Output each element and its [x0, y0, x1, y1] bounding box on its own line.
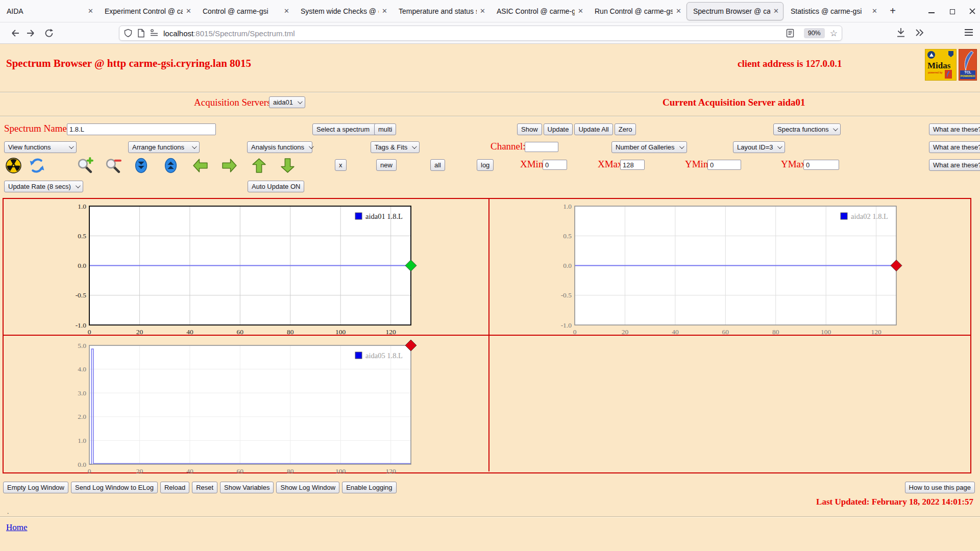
empty-log-window-button[interactable]: Empty Log Window: [3, 482, 68, 493]
ymax-input[interactable]: [803, 160, 839, 170]
scroll-up-icon[interactable]: [162, 157, 179, 174]
svg-text:120: 120: [871, 328, 881, 336]
tab-title: Spectrum Browser @ ca: [693, 7, 770, 15]
browser-tab[interactable]: Run Control @ carme-gs✕: [589, 2, 685, 20]
close-window-icon[interactable]: [969, 8, 976, 15]
current-acquisition-server: Current Acquisition Server aida01: [663, 97, 805, 108]
browser-tab[interactable]: Spectrum Browser @ ca✕: [687, 2, 783, 20]
reset-button[interactable]: Reset: [192, 482, 217, 493]
tab-close-icon[interactable]: ✕: [869, 7, 877, 15]
svg-text:1.0: 1.0: [78, 203, 86, 210]
radiation-icon[interactable]: [5, 157, 22, 174]
new-tab-button[interactable]: +: [885, 4, 900, 19]
tab-title: AIDA: [7, 7, 85, 15]
all-button[interactable]: all: [430, 159, 445, 171]
layout-id-select[interactable]: Layout ID=3: [733, 141, 785, 153]
select-spectrum-select[interactable]: Select a spectrum: [312, 123, 382, 135]
zoom-out-icon[interactable]: [105, 157, 121, 174]
forward-icon[interactable]: [23, 26, 38, 40]
auto-update-button[interactable]: Auto Update ON: [248, 181, 304, 192]
send-log-window-to-elog-button[interactable]: Send Log Window to ELog: [71, 482, 158, 493]
downloads-icon[interactable]: [895, 26, 906, 41]
zero-button[interactable]: Zero: [615, 123, 636, 135]
what-are-these-button-1[interactable]: What are these?: [929, 123, 980, 135]
svg-text:40: 40: [672, 328, 679, 336]
spectrum-chart-aida02[interactable]: -1.0-0.50.00.51.0020406080100120aida02 1…: [553, 201, 905, 338]
browser-tab[interactable]: AIDA✕: [1, 2, 97, 20]
ymin-input[interactable]: [707, 160, 741, 170]
acquisition-servers-label: Acquisition Servers: [194, 97, 271, 108]
number-of-galleries-select[interactable]: Number of Galleries: [611, 141, 687, 153]
reload-icon[interactable]: [42, 26, 56, 40]
xmin-input[interactable]: [543, 160, 567, 170]
scroll-down-icon[interactable]: [133, 157, 150, 174]
browser-tab[interactable]: System wide Checks @ c✕: [295, 2, 391, 20]
shield-icon[interactable]: [124, 29, 133, 38]
tags-fits-select[interactable]: Tags & Fits: [371, 141, 420, 153]
spectrum-name-input[interactable]: [67, 123, 216, 135]
zoom-level-badge[interactable]: 90%: [804, 28, 825, 38]
how-to-use-button[interactable]: How to use this page: [905, 482, 975, 493]
tab-close-icon[interactable]: ✕: [281, 7, 289, 15]
xmax-input[interactable]: [620, 160, 645, 170]
refresh-icon[interactable]: [29, 157, 45, 174]
pan-right-icon[interactable]: [221, 157, 238, 174]
x-button[interactable]: x: [335, 159, 347, 171]
tab-close-icon[interactable]: ✕: [379, 7, 387, 15]
spectra-functions-select[interactable]: Spectra functions: [773, 123, 841, 135]
tab-close-icon[interactable]: ✕: [183, 7, 191, 15]
tab-close-icon[interactable]: ✕: [85, 7, 93, 15]
analysis-functions-select[interactable]: Analysis functions: [247, 141, 312, 153]
enable-logging-button[interactable]: Enable Logging: [342, 482, 396, 493]
show-variables-button[interactable]: Show Variables: [220, 482, 274, 493]
tab-close-icon[interactable]: ✕: [575, 7, 583, 15]
minimize-icon[interactable]: [928, 8, 935, 15]
maximize-icon[interactable]: [948, 8, 955, 15]
pan-down-icon[interactable]: [279, 157, 296, 174]
layout-id-value: Layout ID=3: [737, 143, 773, 151]
spectrum-chart-aida05[interactable]: 0.01.02.03.04.05.0020406080100120aida05 …: [68, 340, 420, 477]
tab-title: Statistics @ carme-gsi: [791, 7, 869, 15]
url-text[interactable]: localhost:8015/Spectrum/Spectrum.tml: [163, 29, 786, 38]
tab-close-icon[interactable]: ✕: [770, 7, 779, 15]
view-functions-select[interactable]: View functions: [4, 141, 77, 153]
browser-tab[interactable]: Temperature and status s✕: [393, 2, 489, 20]
update-rate-select[interactable]: Update Rate (8 secs): [4, 181, 83, 192]
pan-up-icon[interactable]: [251, 157, 267, 174]
update-button[interactable]: Update: [544, 123, 573, 135]
bookmark-star-icon[interactable]: ☆: [830, 28, 838, 39]
browser-tab[interactable]: Experiment Control @ ca✕: [99, 2, 195, 20]
what-are-these-button-2[interactable]: What are these?: [929, 141, 980, 153]
show-log-window-button[interactable]: Show Log Window: [276, 482, 339, 493]
svg-text:3.0: 3.0: [78, 389, 86, 397]
reader-mode-icon[interactable]: [786, 29, 794, 38]
url-bar[interactable]: localhost:8015/Spectrum/Spectrum.tml 90%…: [119, 26, 842, 41]
back-icon[interactable]: [8, 26, 22, 40]
tab-close-icon[interactable]: ✕: [477, 7, 485, 15]
chevron-down-icon: [309, 144, 314, 149]
zoom-in-icon[interactable]: [77, 157, 93, 174]
stray-dot: .: [7, 508, 9, 515]
page-info-icon[interactable]: [137, 29, 145, 38]
spectrum-chart-aida01[interactable]: -1.0-0.50.00.51.0020406080100120aida01 1…: [68, 201, 420, 338]
tab-close-icon[interactable]: ✕: [673, 7, 681, 15]
log-button[interactable]: log: [477, 159, 494, 171]
toolbar-overflow-icon[interactable]: [914, 26, 925, 41]
pan-left-icon[interactable]: [192, 157, 209, 174]
update-all-button[interactable]: Update All: [574, 123, 612, 135]
site-permissions-icon[interactable]: [150, 29, 159, 38]
what-are-these-button-3[interactable]: What are these?: [929, 159, 980, 171]
reload-button[interactable]: Reload: [160, 482, 189, 493]
arrange-functions-select[interactable]: Arrange functions: [128, 141, 200, 153]
multi-button[interactable]: multi: [374, 123, 396, 135]
menu-hamburger-icon[interactable]: [965, 29, 973, 36]
home-link[interactable]: Home: [6, 522, 28, 533]
new-button[interactable]: new: [376, 159, 397, 171]
browser-tab[interactable]: Control @ carme-gsi✕: [197, 2, 293, 20]
browser-tab[interactable]: Statistics @ carme-gsi✕: [785, 2, 881, 20]
browser-tab[interactable]: ASIC Control @ carme-g✕: [491, 2, 587, 20]
acquisition-server-select[interactable]: aida01: [269, 96, 305, 108]
show-button[interactable]: Show: [517, 123, 542, 135]
channel-input[interactable]: [525, 142, 558, 152]
svg-text:40: 40: [186, 467, 193, 475]
